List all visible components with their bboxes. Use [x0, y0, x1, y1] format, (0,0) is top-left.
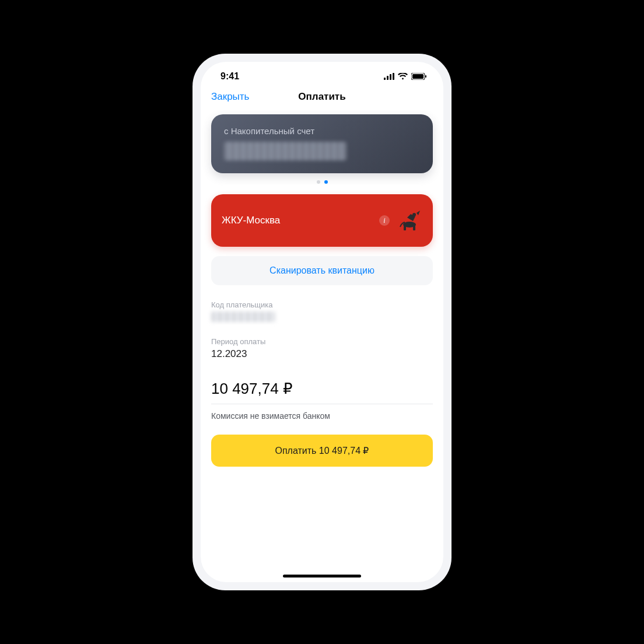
svg-rect-1 — [387, 76, 388, 80]
svg-rect-8 — [404, 225, 406, 230]
payee-card[interactable]: ЖКУ-Москва i — [211, 194, 433, 247]
svg-rect-9 — [413, 225, 415, 230]
page-title: Оплатить — [298, 91, 345, 103]
payer-code-label: Код плательщика — [211, 300, 433, 309]
amount-field[interactable]: 10 497,74 ₽ — [211, 380, 433, 404]
period-field[interactable]: Период оплаты 12.2023 — [211, 337, 433, 360]
source-account-label: с Накопительный счет — [224, 126, 420, 136]
wifi-icon — [398, 73, 408, 80]
nav-bar: Закрыть Оплатить — [201, 85, 443, 110]
pay-button[interactable]: Оплатить 10 497,74 ₽ — [211, 435, 433, 467]
source-account-balance-redacted — [224, 142, 346, 160]
amount-value: 10 497,74 ₽ — [211, 380, 433, 398]
svg-point-10 — [412, 213, 416, 216]
payee-logo-icon — [396, 207, 422, 234]
content-area: с Накопительный счет ЖКУ-Москва i Сканир… — [201, 110, 443, 582]
scan-receipt-button[interactable]: Сканировать квитанцию — [211, 256, 433, 285]
status-icons — [384, 73, 427, 80]
phone-frame: 9:41 Закрыть Оплатить с Накопительный сч… — [192, 54, 452, 590]
pager-dot[interactable] — [317, 180, 320, 184]
period-label: Период оплаты — [211, 337, 433, 346]
battery-icon — [411, 73, 427, 80]
pager-dot-active[interactable] — [324, 180, 328, 184]
period-value: 12.2023 — [211, 348, 433, 360]
svg-rect-3 — [393, 73, 394, 80]
svg-rect-0 — [384, 78, 386, 80]
payer-code-field[interactable]: Код плательщика — [211, 300, 433, 322]
home-indicator[interactable] — [283, 575, 361, 578]
signal-icon — [384, 73, 394, 80]
source-account-card[interactable]: с Накопительный счет — [211, 114, 433, 173]
svg-rect-6 — [425, 75, 426, 78]
close-button[interactable]: Закрыть — [211, 91, 249, 103]
info-icon[interactable]: i — [379, 215, 390, 226]
card-pager — [211, 180, 433, 184]
svg-rect-5 — [412, 74, 424, 79]
payee-name: ЖКУ-Москва — [222, 215, 373, 226]
commission-note: Комиссия не взимается банком — [211, 411, 433, 421]
phone-screen: 9:41 Закрыть Оплатить с Накопительный сч… — [201, 62, 443, 582]
payer-code-value-redacted — [211, 312, 275, 322]
status-time: 9:41 — [220, 71, 239, 82]
svg-rect-2 — [390, 74, 391, 80]
status-bar: 9:41 — [201, 62, 443, 85]
